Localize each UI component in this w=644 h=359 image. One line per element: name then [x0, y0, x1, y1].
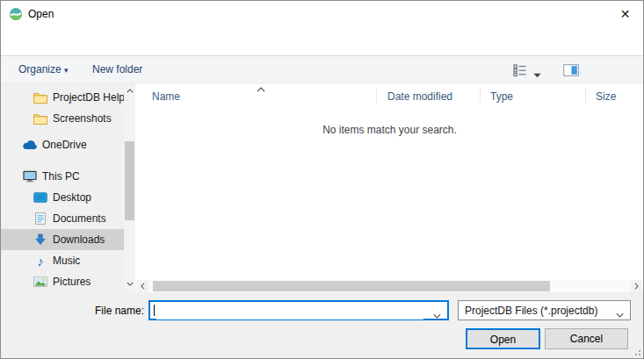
empty-list-message: No items match your search.: [135, 124, 644, 136]
column-header-type[interactable]: Type: [490, 90, 513, 103]
close-button[interactable]: ✕: [605, 1, 644, 27]
sidebar-item-label: Pictures: [53, 276, 90, 288]
onedrive-icon: [22, 140, 38, 150]
scroll-down-icon[interactable]: [124, 278, 135, 290]
desktop-icon: [33, 192, 48, 203]
new-folder-label: New folder: [92, 63, 142, 75]
folder-icon: [33, 92, 48, 104]
new-folder-button[interactable]: New folder: [92, 63, 142, 75]
file-type-chevron-icon: [616, 308, 624, 320]
downloads-icon: [33, 233, 48, 246]
sidebar-item-label: Music: [53, 255, 80, 267]
computer-icon: [22, 170, 38, 183]
sidebar-item-documents[interactable]: Documents: [1, 208, 135, 229]
music-icon: ♪: [33, 254, 48, 269]
column-divider[interactable]: [480, 87, 481, 103]
sidebar-item-label: ProjectDB Help (: [53, 91, 131, 104]
file-type-selected: ProjectDB Files (*.projectdb): [465, 305, 597, 317]
dialog-footer: File name: ProjectDB Files (*.projectdb)…: [1, 292, 644, 359]
close-icon: ✕: [620, 7, 631, 21]
list-horizontal-scrollbar[interactable]: [135, 280, 644, 292]
column-header-name[interactable]: Name: [152, 90, 180, 103]
organize-button[interactable]: Organize ▾: [18, 63, 69, 75]
sort-ascending-icon: [257, 83, 265, 95]
column-divider[interactable]: [585, 87, 586, 103]
sidebar-item-desktop[interactable]: Desktop: [1, 187, 135, 208]
file-name-chevron-icon[interactable]: [433, 309, 441, 321]
sidebar-item-projectdb-help[interactable]: ProjectDB Help (: [1, 87, 135, 108]
details-view-icon[interactable]: [513, 64, 527, 79]
sidebar-item-this-pc[interactable]: This PC: [1, 166, 135, 187]
sidebar-item-downloads[interactable]: Downloads: [1, 229, 135, 250]
sidebar-item-label: OneDrive: [42, 139, 87, 151]
file-name-combobox: [148, 300, 449, 320]
sidebar-scrollbar-thumb[interactable]: [125, 141, 134, 220]
navigation-pane: ProjectDB Help ( Screenshots OneDrive Th…: [1, 83, 135, 292]
file-name-label: File name:: [93, 305, 144, 317]
sidebar-item-pictures[interactable]: Pictures: [1, 271, 135, 292]
sidebar-item-music[interactable]: ♪ Music: [1, 250, 135, 271]
title-bar: Open ✕: [1, 1, 644, 27]
documents-icon: [33, 212, 48, 225]
file-list: Name Date modified Type Size No items ma…: [135, 83, 644, 292]
scroll-up-icon[interactable]: [124, 85, 135, 97]
sidebar-item-screenshots[interactable]: Screenshots: [1, 108, 135, 129]
open-dialog: Open ✕ ← → ↑ › This PC › Downloads ↻: [0, 0, 644, 359]
preview-pane-icon[interactable]: [563, 64, 579, 79]
file-type-dropdown[interactable]: ProjectDB Files (*.projectdb): [458, 300, 631, 320]
navigation-bar: ← → ↑ › This PC › Downloads ↻: [1, 27, 644, 55]
folder-icon: [33, 113, 48, 125]
column-header-date-modified[interactable]: Date modified: [387, 90, 452, 103]
organize-label: Organize: [18, 63, 62, 75]
file-name-input[interactable]: [156, 303, 423, 320]
sidebar-item-label: Documents: [53, 212, 106, 225]
sidebar-item-label: Desktop: [53, 191, 91, 204]
sidebar-item-onedrive[interactable]: OneDrive: [1, 134, 135, 155]
window-title: Open: [28, 8, 54, 20]
scroll-right-icon[interactable]: [631, 280, 642, 292]
text-caret: [154, 305, 155, 316]
app-logo-icon: [9, 7, 23, 24]
cancel-button[interactable]: Cancel: [545, 328, 628, 349]
column-divider[interactable]: [376, 87, 377, 103]
sidebar-item-label: This PC: [42, 170, 80, 183]
column-header-size[interactable]: Size: [596, 90, 616, 103]
command-bar: Organize ▾ New folder ?: [1, 55, 644, 83]
open-button[interactable]: Open: [466, 328, 540, 349]
organize-caret-icon: ▾: [64, 66, 69, 75]
list-scrollbar-thumb[interactable]: [153, 281, 550, 291]
pictures-icon: [33, 276, 48, 287]
sidebar-item-label: Screenshots: [53, 112, 112, 125]
scroll-left-icon[interactable]: [137, 280, 148, 292]
sidebar-item-label: Downloads: [53, 233, 105, 246]
resize-grip[interactable]: [630, 347, 642, 357]
views-chevron-icon[interactable]: [533, 68, 541, 81]
sidebar-scrollbar[interactable]: [124, 83, 135, 292]
